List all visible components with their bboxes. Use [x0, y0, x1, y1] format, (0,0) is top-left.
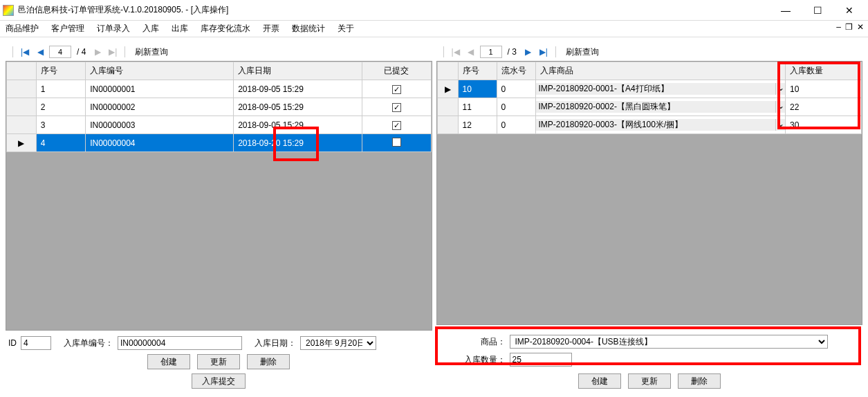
checkbox-icon[interactable] — [392, 138, 401, 147]
dropdown-icon[interactable]: ⌄ — [775, 119, 785, 131]
minimize-button[interactable]: — — [770, 1, 802, 20]
menu-order[interactable]: 订单录入 — [97, 23, 130, 35]
checkbox-icon[interactable]: ✓ — [392, 103, 401, 112]
nav-last-icon[interactable]: ▶| — [107, 46, 119, 58]
menu-stats[interactable]: 数据统计 — [292, 23, 325, 35]
delete-button[interactable]: 删除 — [678, 373, 721, 389]
menu-outbound[interactable]: 出库 — [172, 23, 188, 35]
nav-position-input[interactable] — [49, 46, 71, 58]
col-qty[interactable]: 入库数量 — [786, 62, 862, 80]
col-product[interactable]: 入库商品 — [535, 62, 786, 80]
date-picker[interactable]: 2018年 9月20日 — [300, 336, 376, 350]
refresh-button[interactable]: 刷新查询 — [562, 46, 603, 58]
menu-about[interactable]: 关于 — [338, 23, 354, 35]
menu-stockflow[interactable]: 库存变化流水 — [201, 23, 250, 35]
table-row[interactable]: 110IMP-20180920-0002-【黑白圆珠笔】⌄22 — [437, 98, 862, 116]
mdi-minimize-icon[interactable]: – — [836, 22, 841, 32]
date-label: 入库日期： — [255, 338, 296, 349]
col-seq[interactable]: 流水号 — [497, 62, 535, 80]
update-button[interactable]: 更新 — [197, 354, 240, 369]
titlebar: 邑泊信息科技-订单管理系统-V.1.0.20180905. - [入库操作] —… — [0, 0, 868, 21]
table-row[interactable]: ▶100IMP-20180920-0001-【A4打印纸】⌄10 — [437, 80, 862, 98]
nav-position-input[interactable] — [480, 46, 502, 58]
nav-next-icon[interactable]: ▶ — [91, 46, 104, 58]
refresh-button[interactable]: 刷新查询 — [131, 46, 172, 58]
maximize-button[interactable]: ☐ — [802, 1, 833, 20]
right-grid[interactable]: 序号 流水号 入库商品 入库数量 ▶100IMP-20180920-0001-【… — [437, 62, 862, 134]
table-row[interactable]: ▶4IN000000042018-09-20 15:29 — [7, 134, 432, 152]
create-button[interactable]: 创建 — [147, 354, 190, 369]
id-label: ID — [8, 338, 17, 348]
nav-first-icon[interactable]: |◀ — [450, 46, 462, 58]
menu-invoice[interactable]: 开票 — [263, 23, 279, 35]
nav-prev-icon[interactable]: ◀ — [34, 46, 46, 58]
id-input[interactable] — [21, 336, 51, 350]
nav-first-icon[interactable]: |◀ — [19, 46, 31, 58]
delete-button[interactable]: 删除 — [247, 354, 290, 369]
product-label: 商品： — [460, 336, 506, 348]
mdi-restore-icon[interactable]: ❐ — [845, 22, 853, 32]
left-grid[interactable]: 序号 入库编号 入库日期 已提交 1IN000000012018-09-05 1… — [6, 62, 432, 152]
product-select[interactable]: IMP-20180920-0004-【USB连接线】 — [510, 335, 828, 349]
qty-input[interactable] — [510, 353, 572, 367]
menubar: 商品维护 客户管理 订单录入 入库 出库 库存变化流水 开票 数据统计 关于 –… — [0, 21, 868, 37]
nav-last-icon[interactable]: ▶| — [537, 46, 550, 58]
code-input[interactable] — [118, 336, 242, 350]
dropdown-icon[interactable]: ⌄ — [775, 101, 785, 113]
menu-product[interactable]: 商品维护 — [6, 23, 39, 35]
table-row[interactable]: 120IMP-20180920-0003-【网线100米/捆】⌄30 — [437, 116, 862, 134]
col-submitted[interactable]: 已提交 — [362, 62, 431, 80]
app-icon — [3, 5, 14, 16]
checkbox-icon[interactable]: ✓ — [392, 85, 401, 94]
qty-label: 入库数量： — [460, 354, 506, 366]
col-code[interactable]: 入库编号 — [86, 62, 234, 80]
menu-customer[interactable]: 客户管理 — [51, 23, 84, 35]
window-title: 邑泊信息科技-订单管理系统-V.1.0.20180905. - [入库操作] — [18, 4, 770, 16]
col-date[interactable]: 入库日期 — [234, 62, 362, 80]
right-pane: |◀ ◀ / 3 ▶ ▶| 刷新查询 序号 流水号 入库商品 入库数量 ▶100… — [436, 43, 863, 391]
nav-prev-icon[interactable]: ◀ — [465, 46, 477, 58]
table-row[interactable]: 1IN000000012018-09-05 15:29✓ — [7, 80, 432, 98]
left-pane: |◀ ◀ / 4 ▶ ▶| 刷新查询 序号 入库编号 入库日期 已提交 1IN0… — [6, 43, 432, 391]
table-row[interactable]: 3IN000000032018-09-05 15:29✓ — [7, 116, 432, 134]
dropdown-icon[interactable]: ⌄ — [775, 83, 785, 95]
create-button[interactable]: 创建 — [578, 373, 621, 389]
col-no[interactable]: 序号 — [36, 62, 85, 80]
nav-total: / 3 — [505, 47, 519, 57]
checkbox-icon[interactable]: ✓ — [392, 121, 401, 130]
code-label: 入库单编号： — [64, 338, 113, 349]
nav-next-icon[interactable]: ▶ — [522, 46, 535, 58]
table-row[interactable]: 2IN000000022018-09-05 15:29✓ — [7, 98, 432, 116]
mdi-close-icon[interactable]: ✕ — [857, 22, 864, 32]
col-no[interactable]: 序号 — [458, 62, 497, 80]
menu-inbound[interactable]: 入库 — [142, 23, 159, 35]
update-button[interactable]: 更新 — [628, 373, 671, 389]
close-button[interactable]: ✕ — [833, 1, 865, 20]
submit-button[interactable]: 入库提交 — [192, 373, 246, 389]
nav-total: / 4 — [74, 47, 89, 57]
